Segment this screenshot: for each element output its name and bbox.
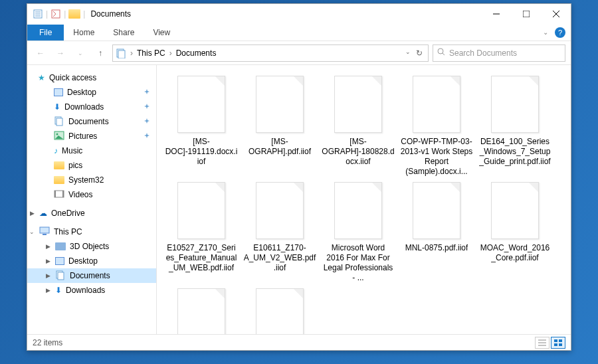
icons-view-button[interactable] (551, 337, 565, 349)
properties-icon[interactable] (33, 9, 43, 19)
svg-rect-10 (118, 50, 125, 58)
nav-item-downloads[interactable]: ⬇Downloads (27, 100, 156, 114)
pc-icon (39, 227, 50, 238)
nav-item-pics[interactable]: pics (27, 158, 156, 173)
chevron-right-icon[interactable]: ▶ (45, 258, 51, 264)
addressbar[interactable]: This PC Documents ⌄ ↻ (112, 45, 429, 62)
item-count: 22 items (33, 338, 62, 347)
file-item[interactable]: [MS-OGRAPH].pdf.iiof (241, 73, 319, 179)
nav-item-documents[interactable]: ▶Documents (27, 268, 156, 283)
nav-item-videos[interactable]: Videos (27, 187, 156, 202)
forward-button[interactable]: → (52, 45, 68, 61)
chevron-right-icon[interactable]: ▶ (45, 287, 51, 294)
pin-icon (144, 133, 150, 139)
file-item[interactable]: E10611_Z170-A_UM_V2_WEB.pdf.iiof (241, 179, 319, 286)
svg-point-16 (56, 133, 58, 135)
file-label: [MS-OGRAPH]-180828.docx.iiof (322, 137, 395, 167)
pictures-icon (54, 131, 64, 142)
file-list[interactable]: [MS-DOC]-191119.docx.iiof[MS-OGRAPH].pdf… (157, 65, 571, 334)
onedrive-section[interactable]: ▶ ☁ OneDrive (27, 206, 156, 221)
dropdown-icon[interactable]: ⌄ (405, 48, 411, 58)
monitor-icon (54, 88, 63, 96)
statusbar: 22 items (27, 334, 571, 350)
video-icon (54, 190, 64, 200)
nav-item-label: Videos (68, 190, 92, 199)
nav-item-3d-objects[interactable]: ▶3D Objects (27, 239, 156, 254)
search-placeholder: Search Documents (449, 48, 517, 58)
view-tab[interactable]: View (144, 25, 179, 41)
file-item[interactable]: MNL-0875.pdf.iiof (397, 179, 476, 286)
quick-access-label: Quick access (49, 73, 96, 82)
back-button[interactable]: ← (33, 45, 49, 61)
file-item[interactable]: [MS-DOC]-191119.docx.iiof (162, 73, 241, 179)
nav-item-documents[interactable]: Documents (27, 114, 156, 129)
folder-icon (54, 161, 64, 169)
close-button[interactable] (541, 4, 571, 24)
recent-locations-button[interactable]: ⌄ (72, 45, 88, 61)
file-item[interactable]: COP-WFP-TMP-03-2013-v1 Work Steps Report… (397, 73, 476, 179)
svg-rect-19 (62, 191, 64, 197)
chevron-right-icon[interactable]: ▶ (45, 272, 51, 279)
up-button[interactable]: ↑ (92, 45, 108, 61)
file-thumbnail (177, 76, 225, 133)
file-thumbnail (256, 182, 304, 239)
file-item[interactable]: DE164_100_Series_Windows_7_Setup_Guide_p… (476, 73, 554, 179)
file-item[interactable]: Microsoft Word 2016 For Max For Legal Pr… (319, 179, 397, 286)
file-label: MNL-0875.pdf.iiof (405, 243, 468, 253)
help-icon[interactable]: ? (555, 27, 565, 38)
svg-rect-23 (58, 272, 64, 280)
svg-rect-27 (554, 339, 557, 342)
file-tab[interactable]: File (27, 25, 64, 41)
svg-rect-30 (559, 343, 562, 346)
minimize-button[interactable] (481, 4, 511, 24)
chevron-down-icon[interactable]: ⌄ (29, 228, 35, 235)
nav-item-desktop[interactable]: ▶Desktop (27, 254, 156, 268)
addressbar-row: ← → ⌄ ↑ This PC Documents ⌄ ↻ Search Doc… (27, 41, 571, 65)
file-item[interactable]: MOAC_Word_2016_Core.pdf.iiof (476, 179, 554, 286)
file-item[interactable] (162, 286, 241, 334)
nav-item-label: Documents (70, 271, 110, 280)
file-item[interactable] (241, 286, 319, 334)
nav-item-label: pics (68, 161, 82, 170)
svg-rect-21 (43, 234, 47, 235)
this-pc-section[interactable]: ⌄ This PC (27, 225, 156, 239)
monitor-icon (55, 257, 64, 265)
search-input[interactable]: Search Documents (433, 45, 565, 62)
nav-item-pictures[interactable]: Pictures (27, 129, 156, 143)
refresh-icon[interactable]: ↻ (416, 48, 423, 58)
nav-item-music[interactable]: ♪Music (27, 143, 156, 158)
svg-rect-14 (56, 118, 62, 126)
file-thumbnail (334, 76, 382, 133)
folder-icon (54, 176, 64, 184)
chevron-right-icon[interactable]: ▶ (29, 210, 35, 217)
nav-item-label: Desktop (68, 256, 98, 266)
file-item[interactable]: [MS-OGRAPH]-180828.docx.iiof (319, 73, 397, 179)
share-tab[interactable]: Share (104, 25, 144, 41)
nav-item-label: 3D Objects (70, 242, 109, 251)
nav-item-system32[interactable]: System32 (27, 173, 156, 187)
file-thumbnail (256, 288, 304, 334)
pin-icon (144, 89, 150, 96)
file-item[interactable]: E10527_Z170_Series_Feature_Manual_UM_WEB… (162, 179, 241, 286)
nav-item-label: Desktop (67, 88, 96, 97)
chevron-right-icon[interactable]: ▶ (45, 243, 51, 250)
breadcrumb-root[interactable]: This PC (137, 48, 165, 58)
svg-line-12 (443, 53, 445, 55)
file-thumbnail (256, 76, 304, 133)
details-view-button[interactable] (535, 337, 549, 349)
nav-item-desktop[interactable]: Desktop (27, 85, 156, 100)
new-folder-icon[interactable] (50, 9, 61, 19)
nav-item-downloads[interactable]: ▶⬇Downloads (27, 283, 156, 298)
nav-item-label: System32 (68, 175, 104, 185)
breadcrumb-current[interactable]: Documents (176, 48, 217, 58)
home-tab[interactable]: Home (64, 25, 104, 41)
nav-item-label: Music (62, 146, 82, 155)
document-icon (54, 116, 64, 128)
ribbon-expand-icon[interactable]: ⌄ (543, 29, 548, 36)
nav-item-label: Documents (68, 117, 109, 126)
file-label: MOAC_Word_2016_Core.pdf.iiof (478, 243, 551, 263)
navigation-pane: ★ Quick access Desktop⬇DownloadsDocument… (27, 65, 157, 334)
svg-rect-29 (554, 343, 557, 346)
quick-access-section[interactable]: ★ Quick access (27, 70, 156, 85)
maximize-button[interactable] (511, 4, 541, 24)
